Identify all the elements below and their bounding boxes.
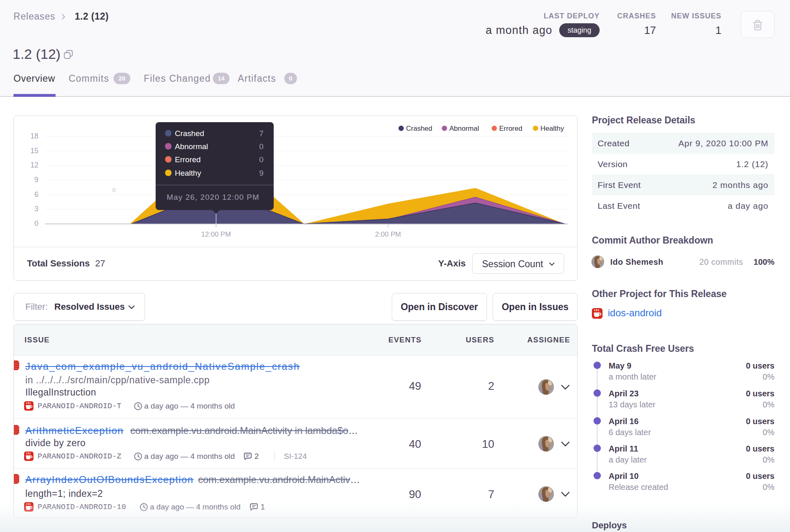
svg-text:7: 7: [259, 129, 263, 138]
svg-text:Abnormal: Abnormal: [175, 142, 208, 151]
svg-text:9: 9: [34, 176, 38, 184]
svg-text:3: 3: [34, 205, 38, 213]
svg-text:0: 0: [259, 155, 263, 164]
svg-text:Crashed: Crashed: [175, 129, 204, 138]
svg-text:12:00 PM: 12:00 PM: [201, 230, 231, 238]
svg-text:May 26, 2020 12:00 PM: May 26, 2020 12:00 PM: [167, 193, 259, 201]
svg-text:15: 15: [31, 147, 38, 155]
svg-text:0: 0: [259, 142, 263, 151]
svg-text:9: 9: [259, 169, 263, 177]
svg-text:6: 6: [34, 190, 38, 199]
svg-text:Healthy: Healthy: [175, 169, 201, 177]
svg-text:12: 12: [31, 161, 38, 169]
svg-text:2:00 PM: 2:00 PM: [375, 230, 401, 238]
svg-text:0: 0: [34, 219, 38, 228]
svg-text:Errored: Errored: [175, 155, 201, 164]
svg-text:18: 18: [31, 132, 38, 140]
